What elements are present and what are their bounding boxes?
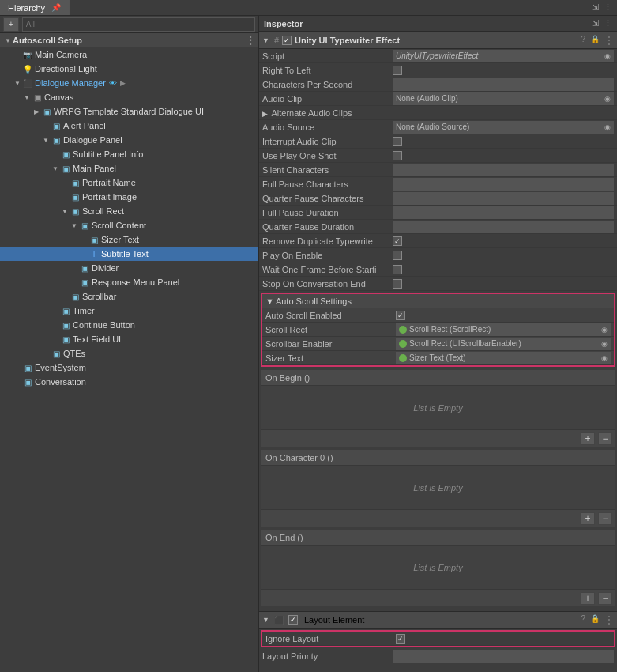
tree-item-main-panel[interactable]: ▼ ▣ Main Panel — [0, 161, 258, 176]
on-begin-remove-button[interactable]: − — [598, 432, 612, 445]
tree-item-main-camera[interactable]: 📷 Main Camera — [0, 47, 258, 62]
inspector-tab-header: Inspector ⇲ ⋮ — [259, 16, 617, 32]
help-icon[interactable]: ? — [581, 35, 585, 46]
on-end-add-button[interactable]: + — [581, 592, 595, 605]
tree-item-scroll-content[interactable]: ▼ ▣ Scroll Content — [0, 218, 258, 232]
layout-element-title: Layout Element — [304, 615, 364, 625]
quarter-pause-chars-input[interactable] — [393, 192, 614, 205]
scrollbar-enabler-label: Scrollbar Enabler — [265, 339, 396, 349]
scrollbar-enabler-select[interactable]: Scroll Rect (UIScrollbarEnabler) ◉ — [396, 338, 611, 350]
hierarchy-tab[interactable]: Hierarchy 📌 — [0, 0, 70, 15]
quarter-pause-duration-input[interactable]: 0.25 — [393, 221, 614, 233]
tree-item-directional-light[interactable]: 💡 Directional Light — [0, 62, 258, 76]
wait-one-frame-checkbox[interactable] — [393, 265, 402, 274]
wait-one-frame-value — [393, 265, 614, 274]
foldout-arrow[interactable]: ▼ — [262, 36, 269, 44]
wait-one-frame-label: Wait One Frame Before Starti — [262, 265, 393, 274]
tree-item-sizer-text[interactable]: ▣ Sizer Text — [0, 232, 258, 247]
right-to-left-checkbox[interactable] — [393, 66, 402, 75]
on-character-body: List is Empty — [261, 466, 615, 509]
layout-lock-icon[interactable]: 🔒 — [590, 614, 600, 625]
audio-source-row: Audio Source None (Audio Source) ◉ — [259, 120, 617, 134]
tree-item-alert-panel[interactable]: ▣ Alert Panel — [0, 119, 258, 133]
layout-menu-icon[interactable]: ⋮ — [604, 614, 614, 625]
script-select[interactable]: UnityUITypewriterEffect ◉ — [393, 50, 614, 62]
scroll-content-icon: ▣ — [79, 221, 90, 230]
tree-item-portrait-name[interactable]: ▣ Portrait Name — [0, 176, 258, 190]
ignore-layout-highlight: Ignore Layout ✓ — [261, 630, 615, 647]
silent-chars-input[interactable] — [393, 164, 614, 176]
interrupt-audio-checkbox[interactable] — [393, 137, 402, 146]
tab-icons: ⇲ ⋮ — [587, 0, 617, 15]
tree-item-timer[interactable]: ▣ Timer — [0, 304, 258, 318]
auto-scroll-section: ▼ Auto Scroll Settings Auto Scroll Enabl… — [261, 293, 615, 367]
on-character-add-button[interactable]: + — [581, 512, 595, 525]
alternate-audio-row: ▶ Alternate Audio Clips — [259, 106, 617, 120]
audio-source-select[interactable]: None (Audio Source) ◉ — [393, 121, 614, 134]
layout-help-icon[interactable]: ? — [581, 614, 585, 625]
auto-scroll-header[interactable]: ▼ Auto Scroll Settings — [262, 294, 614, 308]
inspector-tab-label: Inspector — [264, 19, 303, 28]
scroll-rect-label: Scroll Rect — [265, 325, 396, 334]
tree-item-conversation[interactable]: ▣ Conversation — [0, 375, 258, 389]
tree-item-canvas[interactable]: ▼ ▣ Canvas — [0, 90, 258, 104]
chars-per-second-input[interactable]: 50 — [393, 78, 614, 91]
remove-duplicate-checkbox[interactable]: ✓ — [393, 236, 402, 246]
sizer-text-select[interactable]: Sizer Text (Text) ◉ — [396, 352, 611, 364]
auto-scroll-enabled-checkbox[interactable]: ✓ — [396, 311, 405, 320]
component-checkbox[interactable] — [282, 36, 292, 45]
tree-item-scrollbar[interactable]: ▣ Scrollbar — [0, 289, 258, 304]
tree-item-dialogue-manager[interactable]: ▼ ⬛ Dialogue Manager 👁 ▶ — [0, 76, 258, 90]
inspector-menu-icon[interactable]: ⋮ — [604, 18, 612, 28]
inspector-collapse-icon[interactable]: ⇲ — [592, 18, 599, 28]
tree-label-main-camera: Main Camera — [35, 50, 87, 59]
tree-item-dialogue-panel[interactable]: ▼ ▣ Dialogue Panel — [0, 133, 258, 147]
full-pause-duration-input[interactable]: 1 — [393, 206, 614, 219]
tree-item-divider[interactable]: ▣ Divider — [0, 261, 258, 275]
layout-element-checkbox[interactable] — [288, 615, 298, 625]
tree-item-wrpg-template[interactable]: ▶ ▣ WRPG Template Standard Dialogue UI — [0, 104, 258, 119]
stop-on-conversation-checkbox[interactable] — [393, 279, 402, 289]
on-end-remove-button[interactable]: − — [598, 592, 612, 605]
hierarchy-search-input[interactable] — [22, 17, 255, 32]
tree-item-continue-button[interactable]: ▣ Continue Button — [0, 318, 258, 332]
tree-item-response-menu[interactable]: ▣ Response Menu Panel — [0, 275, 258, 289]
use-play-one-shot-checkbox[interactable] — [393, 151, 402, 160]
hierarchy-menu-icon[interactable]: ⋮ — [604, 2, 612, 13]
canvas-icon: ▣ — [32, 93, 43, 102]
audio-clip-select[interactable]: None (Audio Clip) ◉ — [393, 92, 614, 105]
sizer-text-icon: ▣ — [88, 236, 100, 244]
tree-item-portrait-image[interactable]: ▣ Portrait Image — [0, 190, 258, 204]
tree-item-qtes[interactable]: ▣ QTEs — [0, 346, 258, 361]
lock-icon[interactable]: 🔒 — [590, 35, 600, 46]
layout-element-foldout[interactable]: ▼ — [262, 616, 269, 624]
layout-priority-input[interactable]: 1 — [393, 650, 614, 663]
continue-btn-icon: ▣ — [60, 321, 71, 330]
on-begin-add-button[interactable]: + — [581, 432, 595, 445]
tree-item-text-field-ui[interactable]: ▣ Text Field UI — [0, 332, 258, 346]
tree-label-qtes: QTEs — [63, 349, 85, 358]
tree-item-subtitle-panel[interactable]: ▣ Subtitle Panel Info — [0, 147, 258, 161]
tree-item-scroll-rect[interactable]: ▼ ▣ Scroll Rect — [0, 204, 258, 218]
scroll-rect-select[interactable]: Scroll Rect (ScrollRect) ◉ — [396, 323, 611, 336]
alternate-audio-foldout[interactable]: ▶ — [262, 110, 268, 118]
scene-root-item[interactable]: ▼ Autoscroll Setup ⋮ — [0, 33, 258, 47]
layout-element-header: ▼ ⬛ Layout Element ? 🔒 ⋮ — [259, 611, 617, 629]
menu-dots-icon[interactable]: ⋮ — [604, 35, 614, 46]
hierarchy-add-button[interactable]: + — [3, 17, 19, 32]
scroll-rect-dot — [399, 326, 407, 334]
full-pause-duration-row: Full Pause Duration 1 — [259, 206, 617, 220]
scene-dots-icon[interactable]: ⋮ — [246, 35, 258, 46]
on-end-body: List is Empty — [261, 546, 615, 589]
hierarchy-collapse-icon[interactable]: ⇲ — [592, 2, 599, 13]
wrpg-icon: ▣ — [41, 108, 52, 116]
tree-item-subtitle-text[interactable]: T Subtitle Text — [0, 247, 258, 261]
tree-label-wrpg: WRPG Template Standard Dialogue UI — [54, 107, 204, 116]
play-on-enable-checkbox[interactable] — [393, 251, 402, 260]
on-character-remove-button[interactable]: − — [598, 512, 612, 525]
ignore-layout-checkbox[interactable]: ✓ — [396, 634, 405, 644]
tree-item-event-system[interactable]: ▣ EventSystem — [0, 361, 258, 375]
silent-chars-value — [393, 164, 614, 176]
script-value-container: UnityUITypewriterEffect ◉ — [393, 50, 614, 62]
full-pause-chars-input[interactable] — [393, 178, 614, 191]
